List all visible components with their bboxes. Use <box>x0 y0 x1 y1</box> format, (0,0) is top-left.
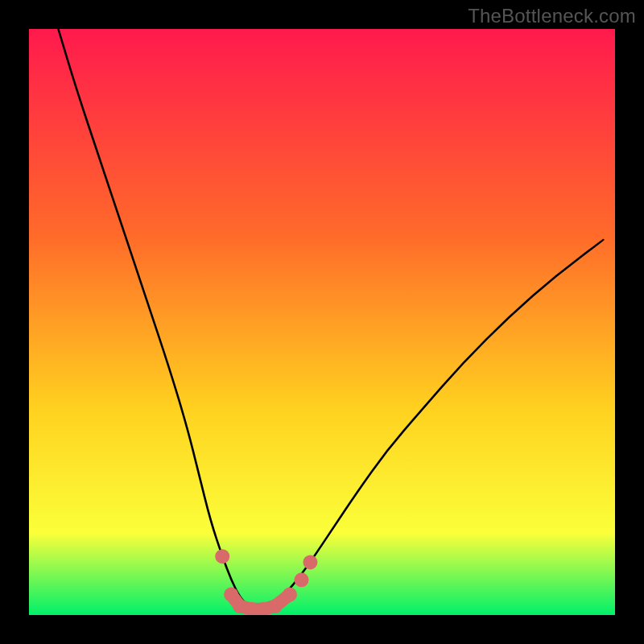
curve-marker <box>215 549 229 564</box>
curve-marker <box>303 555 317 569</box>
curve-marker <box>268 599 283 613</box>
curve-marker <box>283 588 297 602</box>
gradient-background <box>29 29 615 615</box>
curve-marker <box>224 588 238 602</box>
plot-area <box>29 29 615 615</box>
chart-svg <box>29 29 615 615</box>
curve-marker <box>295 572 309 587</box>
outer-frame: TheBottleneck.com <box>0 0 644 644</box>
watermark-text: TheBottleneck.com <box>468 5 636 27</box>
